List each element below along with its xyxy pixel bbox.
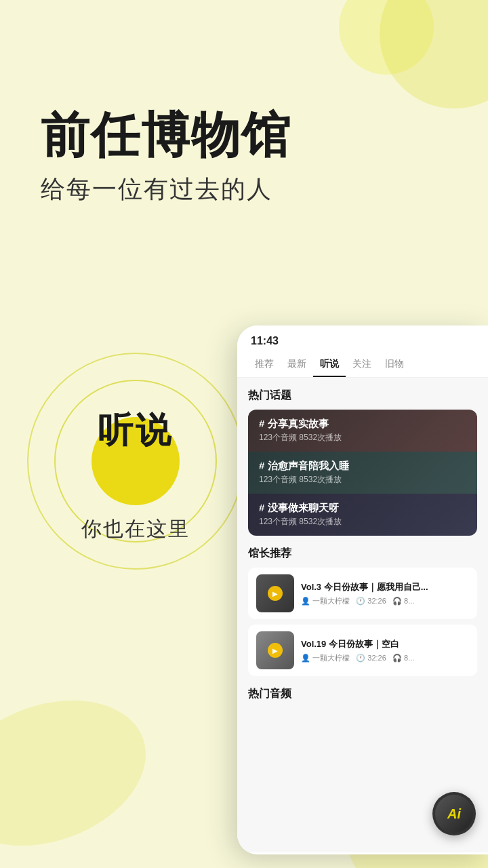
hero-section: 前任博物馆 给每一位有过去的人	[41, 108, 291, 206]
status-time: 11:43	[251, 335, 279, 347]
topic-meta-1: 123个音频 8532次播放	[259, 433, 342, 442]
hot-topics-title: 热门话题	[248, 389, 477, 403]
ai-button-inner: Ai	[435, 795, 473, 833]
phone-mockup: 11:43 推荐 最新 听说 关注 旧物 热门话题 # 分享真实故事 123个音…	[237, 326, 488, 854]
curator-item-2[interactable]: ▶ Vol.19 今日份故事｜空白 👤 一颗大柠檬 🕐 32:26 🎧 8...	[248, 625, 477, 676]
topic-tag-2: # 治愈声音陪我入睡	[259, 460, 466, 473]
curator-item-title-2: Vol.19 今日份故事｜空白	[301, 638, 469, 650]
curator-info-1: Vol.3 今日份故事｜愿我用自己... 👤 一颗大柠檬 🕐 32:26 🎧 8…	[294, 581, 469, 606]
author-icon-2: 👤	[301, 654, 310, 662]
topic-tag-1: # 分享真实故事	[259, 418, 466, 431]
curator-item-title-1: Vol.3 今日份故事｜愿我用自己...	[301, 581, 469, 593]
curator-thumb-2: ▶	[256, 631, 294, 669]
app-title: 前任博物馆	[41, 108, 291, 162]
curator-item-1[interactable]: ▶ Vol.3 今日份故事｜愿我用自己... 👤 一颗大柠檬 🕐 32:26 🎧…	[248, 568, 477, 619]
curator-title: 馆长推荐	[248, 547, 477, 561]
deco-shape-bottom-left	[0, 675, 166, 868]
author-name-1: 一颗大柠檬	[312, 597, 350, 605]
tab-oldstuff[interactable]: 旧物	[378, 353, 411, 377]
circle-label-container: 听说 你也在这里	[27, 407, 244, 543]
curator-item-author-2: 👤 一颗大柠檬 🕐 32:26 🎧 8...	[301, 653, 469, 663]
author-name-2: 一颗大柠檬	[312, 654, 350, 662]
app-subtitle: 给每一位有过去的人	[41, 173, 291, 206]
topic-meta-2: 123个音频 8532次播放	[259, 475, 342, 484]
tab-follow[interactable]: 关注	[346, 353, 378, 377]
tab-latest[interactable]: 最新	[281, 353, 313, 377]
circle-sub-label: 你也在这里	[27, 515, 244, 543]
play-icon-1: ▶	[268, 586, 283, 601]
topic-item-1[interactable]: # 分享真实故事 123个音频 8532次播放	[248, 410, 477, 452]
tab-recommend[interactable]: 推荐	[248, 353, 281, 377]
circle-illustration: 听说 你也在这里	[27, 353, 244, 570]
topic-item-3[interactable]: # 没事做来聊天呀 123个音频 8532次播放	[248, 494, 477, 536]
curator-item-author-1: 👤 一颗大柠檬 🕐 32:26 🎧 8...	[301, 596, 469, 606]
navigation-tabs[interactable]: 推荐 最新 听说 关注 旧物	[237, 353, 488, 378]
author-icon-1: 👤	[301, 597, 310, 605]
hot-topics-list: # 分享真实故事 123个音频 8532次播放 # 治愈声音陪我入睡 123个音…	[248, 410, 477, 536]
curator-section: 馆长推荐 ▶ Vol.3 今日份故事｜愿我用自己... 👤 一颗大柠檬 🕐 32…	[248, 547, 477, 676]
phone-content: 热门话题 # 分享真实故事 123个音频 8532次播放 # 治愈声音陪我入睡 …	[237, 378, 488, 852]
plays-2: 8...	[404, 654, 414, 662]
status-bar: 11:43	[237, 326, 488, 353]
play-icon-2: ▶	[268, 643, 283, 658]
hot-audio-title: 热门音频	[248, 687, 477, 701]
ai-button-label: Ai	[447, 806, 461, 822]
background: 前任博物馆 给每一位有过去的人 听说 你也在这里 11:43 推荐 最新 听说 …	[0, 0, 488, 868]
topic-tag-3: # 没事做来聊天呀	[259, 502, 466, 515]
duration-1: 32:26	[367, 597, 386, 605]
duration-2: 32:26	[367, 654, 386, 662]
plays-1: 8...	[404, 597, 414, 605]
tab-tingsuo[interactable]: 听说	[313, 353, 346, 377]
curator-info-2: Vol.19 今日份故事｜空白 👤 一颗大柠檬 🕐 32:26 🎧 8...	[294, 638, 469, 663]
topic-item-2[interactable]: # 治愈声音陪我入睡 123个音频 8532次播放	[248, 452, 477, 494]
ai-button[interactable]: Ai	[432, 792, 476, 835]
curator-thumb-1: ▶	[256, 574, 294, 612]
topic-meta-3: 123个音频 8532次播放	[259, 517, 342, 526]
circle-main-label: 听说	[98, 410, 174, 450]
